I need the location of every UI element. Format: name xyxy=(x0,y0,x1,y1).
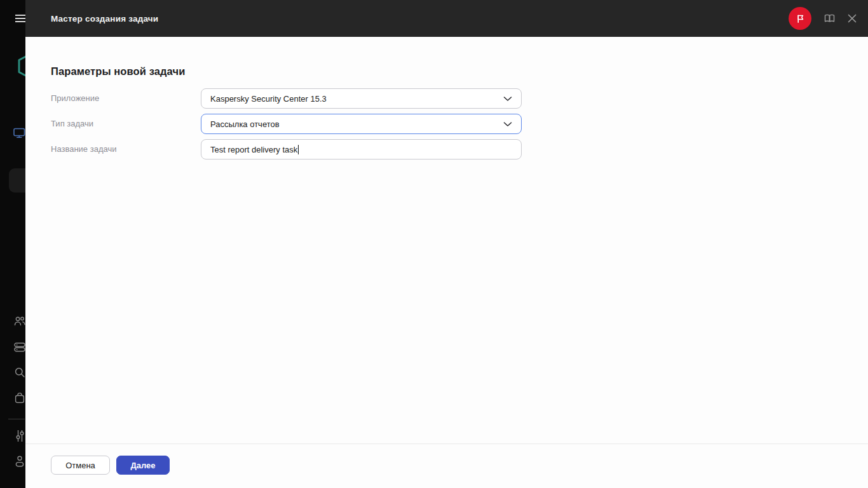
monitoring-icon[interactable] xyxy=(13,128,25,139)
flag-icon xyxy=(795,13,806,24)
text-caret xyxy=(298,145,299,154)
users-icon[interactable] xyxy=(14,316,25,326)
help-book-icon xyxy=(824,14,835,23)
close-wizard-button[interactable] xyxy=(848,14,857,23)
task-name-input[interactable]: Test report delivery task xyxy=(201,139,522,159)
application-select[interactable]: Kaspersky Security Center 15.3 xyxy=(201,88,522,109)
cancel-button[interactable]: Отмена xyxy=(51,456,110,475)
form-row-task-type: Тип задачи Рассылка отчетов xyxy=(25,114,868,134)
flag-notification-button[interactable] xyxy=(789,7,811,30)
app-window: Мастер создания задачи xyxy=(0,0,868,488)
application-select-value: Kaspersky Security Center 15.3 xyxy=(210,94,327,104)
sidebar xyxy=(0,0,25,488)
devices-icon[interactable] xyxy=(14,342,25,352)
task-name-input-value: Test report delivery task xyxy=(210,145,297,154)
form-row-application: Приложение Kaspersky Security Center 15.… xyxy=(25,88,868,109)
close-icon xyxy=(848,14,857,23)
footer-divider xyxy=(25,444,868,444)
form-row-task-name: Название задачи Test report delivery tas… xyxy=(25,139,868,159)
menu-icon[interactable] xyxy=(15,13,25,24)
application-label: Приложение xyxy=(51,88,191,109)
wizard-header: Мастер создания задачи xyxy=(25,0,868,37)
marketplace-icon[interactable] xyxy=(15,392,25,403)
task-type-select-value: Рассылка отчетов xyxy=(210,119,280,129)
page-title: Параметры новой задачи xyxy=(51,65,185,78)
task-name-label: Название задачи xyxy=(51,139,191,159)
wizard-title-bar: Мастер создания задачи xyxy=(51,14,158,24)
settings-sliders-icon[interactable] xyxy=(15,430,25,442)
wizard-body: Параметры новой задачи Приложение Kasper… xyxy=(25,37,868,488)
chevron-down-icon xyxy=(503,119,512,129)
help-button[interactable] xyxy=(824,14,835,23)
chevron-down-icon xyxy=(503,94,512,104)
next-button[interactable]: Далее xyxy=(116,456,170,475)
search-icon[interactable] xyxy=(15,367,25,377)
task-type-label: Тип задачи xyxy=(51,114,191,134)
sidebar-divider xyxy=(8,419,25,419)
account-icon[interactable] xyxy=(15,456,24,467)
task-type-select[interactable]: Рассылка отчетов xyxy=(201,114,522,134)
